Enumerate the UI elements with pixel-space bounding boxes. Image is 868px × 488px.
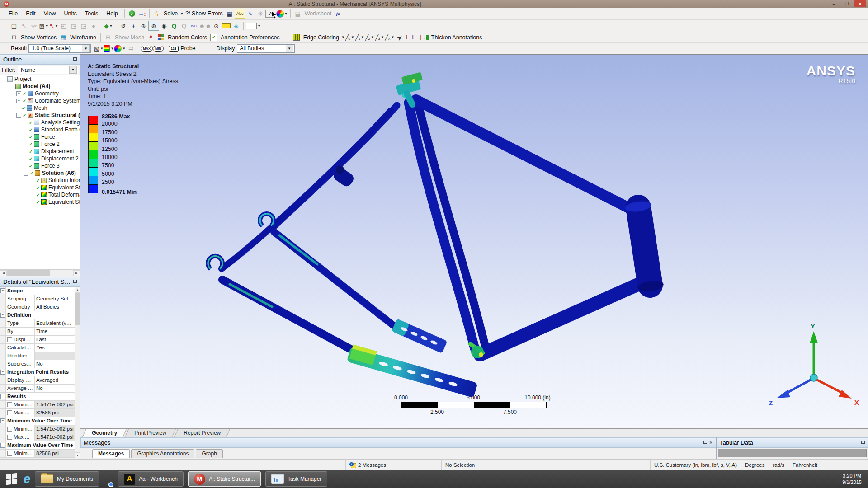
details-item-row[interactable]: Display TimeLast (0, 336, 80, 344)
tree-item-force-2[interactable]: ✓Force 2 (0, 141, 80, 148)
details-property-value[interactable]: All Bodies (35, 303, 75, 311)
details-section-row[interactable]: −Results (0, 393, 80, 401)
edge-direction-1-icon[interactable]: ╱1▼ (355, 33, 365, 42)
details-property-value[interactable]: 1.5471e-002 psi (35, 401, 75, 408)
details-section-row[interactable]: −Minimum Value Over Time (0, 417, 80, 425)
max-probe-icon[interactable]: MAX (141, 44, 153, 53)
details-item-row[interactable]: Average Across BodiesNo (0, 385, 80, 393)
new-section-plane-icon[interactable]: ▦ (225, 9, 235, 18)
selection-rectangle-dropdown-icon[interactable]: ▼ (257, 24, 261, 28)
scoped-bodies-icon[interactable]: ‖→‖ (405, 33, 415, 42)
thicken-annotations-button[interactable]: Thicken Annotations (431, 34, 482, 41)
selection-rectangle-icon[interactable] (246, 23, 257, 29)
scroll-left-icon[interactable]: ◄ (0, 270, 7, 276)
tree-item-solution-a6-[interactable]: −✓Solution (A6) (0, 169, 80, 177)
scroll-down-icon[interactable]: ▼ (75, 452, 80, 458)
edge-coloring-button[interactable]: Edge Coloring (303, 34, 339, 41)
details-property-value[interactable]: No (35, 385, 75, 392)
tree-item-force-3[interactable]: ✓Force 3 (0, 162, 80, 169)
display-dropdown-icon[interactable]: ▼ (286, 45, 293, 52)
edge-direction-3-icon[interactable]: ╱3▼ (375, 33, 385, 42)
collapse-icon[interactable]: − (0, 313, 5, 318)
status-angular-velocity-unit[interactable]: rad/s (773, 462, 784, 468)
tree-item-static-structural-a5-[interactable]: −✓Static Structural (A5) (0, 112, 80, 119)
min-probe-icon[interactable]: MIN (153, 44, 164, 53)
collapse-icon[interactable]: − (0, 288, 5, 293)
taskbar-item-mechanical[interactable]: M A : Static Structur... (188, 471, 261, 487)
details-item-row[interactable]: SuppressedNo (0, 360, 80, 368)
solve-button[interactable]: Solve (164, 10, 178, 17)
messages-tab-messages[interactable]: Messages (92, 449, 130, 458)
show-errors-button[interactable]: ?/ Show Errors (185, 10, 223, 17)
messages-pin-icon[interactable] (703, 441, 707, 445)
taskbar-item-my-documents[interactable]: My Documents (35, 471, 99, 487)
details-property-value[interactable]: 82586 psi (35, 409, 75, 417)
scroll-up-icon[interactable]: ▲ (75, 287, 80, 293)
details-property-value[interactable]: Geometry Selection (35, 295, 75, 303)
graphics-viewport[interactable]: A: Static StructuralEquivalent Stress 2T… (80, 54, 868, 428)
taskbar-clock[interactable]: 3:20 PM 9/1/2015 (842, 473, 862, 485)
scroll-thumb[interactable] (75, 293, 80, 325)
tabular-pin-icon[interactable] (861, 441, 865, 445)
tree-item-displacement-2[interactable]: ✓Displacement 2 (0, 155, 80, 162)
select-type-icon[interactable]: ↖▼ (49, 21, 59, 30)
details-item-row[interactable]: Maximum1.5471e-002 psi (0, 433, 80, 441)
edge-direction-0-icon[interactable]: ╱0▼ (345, 33, 355, 42)
minimize-button[interactable]: – (828, 0, 840, 7)
start-button[interactable] (6, 474, 17, 484)
tags-icon[interactable]: ◈ (231, 21, 241, 30)
scroll-thumb[interactable] (7, 270, 50, 276)
view-tab-report-preview[interactable]: Report Preview (174, 429, 230, 437)
solve-dropdown-icon[interactable]: ▼ (180, 12, 184, 16)
viewports-icon[interactable]: ◆▼ (104, 21, 113, 30)
geometry-display-icon[interactable]: ▧▼ (94, 44, 104, 53)
tree-expander-icon[interactable]: − (16, 113, 21, 118)
outline-pin-icon[interactable] (73, 57, 77, 61)
tree-item-standard-earth-gravity[interactable]: ✓Standard Earth Gravity (0, 126, 80, 133)
tree-item-analysis-settings[interactable]: ✓Analysis Settings (0, 119, 80, 126)
magnifier-on-icon[interactable]: Q (169, 21, 179, 30)
details-section-row[interactable]: −Definition (0, 311, 80, 319)
zoom-icon[interactable]: ⊕ (138, 21, 148, 30)
result-display-icon[interactable]: ▼ (114, 44, 126, 53)
taskbar-item-task-manager[interactable]: Task Manager (265, 471, 327, 487)
status-angle-unit[interactable]: Degrees (745, 462, 764, 468)
rotate-icon[interactable]: ↺ (118, 21, 128, 30)
collapse-icon[interactable]: − (0, 418, 5, 423)
tree-item-solution-information[interactable]: ✓Solution Information (0, 177, 80, 184)
view-tab-print-preview[interactable]: Print Preview (125, 429, 176, 437)
select-mode-icon[interactable]: ▧▼ (39, 21, 49, 30)
details-section-row[interactable]: −Integration Point Results (0, 368, 80, 376)
label-icon[interactable]: Abc (235, 9, 245, 19)
menu-units[interactable]: Units (60, 10, 81, 17)
tree-item-geometry[interactable]: +✓Geometry (0, 90, 80, 97)
tree-expander-icon[interactable]: + (16, 91, 21, 96)
details-item-row[interactable]: Display OptionAveraged (0, 376, 80, 385)
filter-dropdown-icon[interactable]: ▼ (69, 66, 77, 74)
annotation-preferences-button[interactable]: Annotation Preferences (221, 34, 280, 41)
tree-item-model-a4-[interactable]: −Model (A4) (0, 83, 80, 90)
random-colors-button[interactable]: Random Colors (168, 34, 207, 41)
status-messages[interactable]: 2 Messages (358, 462, 386, 468)
details-property-value[interactable]: Time (35, 328, 75, 335)
details-item-row[interactable]: Calculate Time HistoryYes (0, 344, 80, 352)
charts-rainbow-icon[interactable]: ▼ (276, 9, 288, 18)
edge-coloring-dropdown-icon[interactable]: ▼ (341, 35, 345, 39)
parameter-checkbox[interactable] (7, 427, 12, 432)
tree-item-project[interactable]: Project (0, 75, 80, 83)
look-at-icon[interactable]: ⊙ (211, 21, 221, 30)
details-property-value[interactable] (35, 352, 75, 360)
coordinate-axes-icon[interactable] (146, 33, 156, 42)
taskbar-item-workbench[interactable]: A Aa - Workbench (118, 471, 184, 487)
tree-expander-icon[interactable]: − (24, 171, 28, 176)
details-item-row[interactable]: Scoping MethodGeometry Selection (0, 295, 80, 303)
collapse-icon[interactable]: − (0, 443, 5, 448)
selection-information-icon[interactable]: ix (333, 9, 343, 18)
probe-icon[interactable]: 123 (169, 44, 179, 53)
details-section-row[interactable]: −Maximum Value Over Time (0, 441, 80, 450)
contour-bands-icon[interactable]: ▼ (104, 44, 114, 53)
tree-item-mesh[interactable]: ✓Mesh (0, 104, 80, 112)
outline-hscrollbar[interactable]: ◄ ► (0, 269, 80, 277)
show-vertices-button[interactable]: Show Vertices (21, 34, 57, 41)
probe-button[interactable]: Probe (180, 45, 195, 52)
